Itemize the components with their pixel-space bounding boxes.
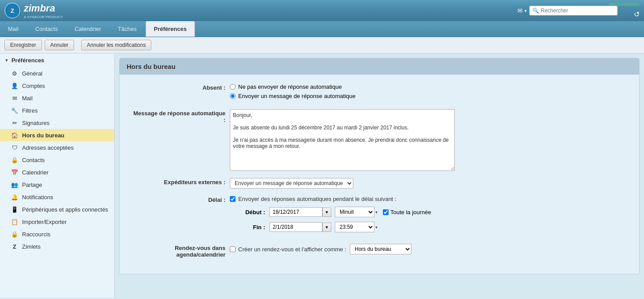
start-date-dropdown-btn[interactable]: ▾ <box>322 208 331 217</box>
sidebar-item-importer[interactable]: 📋 Importer/Exporter <box>0 216 114 228</box>
absent-label: Absent : <box>133 83 230 91</box>
app-name: zimbra <box>24 3 55 14</box>
sidebar-item-notifications[interactable]: 🔔 Notifications <box>0 191 114 203</box>
main-layout: ▼ Préférences ⚙ Général 👤 Comptes ✉ Mail… <box>0 53 644 298</box>
sidebar-label-peripheriques: Périphériques et applis connectés <box>22 206 108 213</box>
external-control: Envoyer un message de réponse automatiqu… <box>230 178 626 189</box>
delai-row: Délai : Envoyer des réponses automatique… <box>133 196 626 237</box>
calendar-checkbox-label[interactable]: Créer un rendez-vous et l'afficher comme… <box>230 246 346 253</box>
sidebar-label-raccourcis: Raccourcis <box>22 231 50 238</box>
sidebar-label-notifications: Notifications <box>22 194 53 201</box>
delai-checkbox-label[interactable]: Envoyer des réponses automatiques pendan… <box>230 196 626 202</box>
calendar-row-container: Rendez-vous dans agenda/calendrier Créer… <box>133 244 626 258</box>
start-date-input[interactable] <box>270 207 322 217</box>
calendar-checkbox-text: Créer un rendez-vous et l'afficher comme… <box>238 246 346 253</box>
refresh-icon[interactable]: ↺ <box>609 10 640 19</box>
search-input[interactable] <box>541 8 607 14</box>
shield-icon: 🛡 <box>11 144 19 151</box>
delai-checkbox[interactable] <box>230 196 236 202</box>
signature-icon: ✏ <box>11 119 19 127</box>
message-control: Bonjour, Je suis absente du lundi 25 déc… <box>230 109 626 171</box>
calendar-icon: 📅 <box>11 168 19 176</box>
import-icon: 📋 <box>11 218 19 226</box>
debut-row: Début : ▾ Minuit ▾ Toute la journée <box>239 207 626 217</box>
sidebar-item-general[interactable]: ⚙ Général <box>0 67 114 79</box>
filter-icon: 🔧 <box>11 106 19 114</box>
end-date-dropdown-btn[interactable]: ▾ <box>322 223 331 232</box>
all-day-label[interactable]: Toute la journée <box>383 209 431 216</box>
sidebar-label-calendrier: Calendrier <box>22 169 49 176</box>
tab-preferences[interactable]: Préférences <box>146 21 195 37</box>
sidebar-label-partage: Partage <box>22 182 42 188</box>
sidebar-label-general: Général <box>22 70 42 77</box>
start-time-select[interactable]: Minuit <box>335 207 374 217</box>
progress-area: ↺ <box>609 3 640 19</box>
sidebar-item-signatures[interactable]: ✏ Signatures <box>0 117 114 129</box>
out-of-office-icon: 🏠 <box>11 131 19 139</box>
sidebar-label-filtres: Filtres <box>22 107 37 114</box>
sidebar-item-calendrier[interactable]: 📅 Calendrier <box>0 166 114 178</box>
delai-checkbox-text: Envoyer des réponses automatiques pendan… <box>238 196 396 202</box>
sidebar: ▼ Préférences ⚙ Général 👤 Comptes ✉ Mail… <box>0 53 115 298</box>
sidebar-label-importer: Importer/Exporter <box>22 219 67 225</box>
radio-no-auto[interactable] <box>230 84 236 90</box>
logo-area: Z zimbra A SYNACOR PRODUCT <box>4 3 119 19</box>
auto-reply-textarea[interactable]: Bonjour, Je suis absente du lundi 25 déc… <box>230 109 455 171</box>
sidebar-label-adresses: Adresses acceptées <box>22 144 74 151</box>
sidebar-label-hors-bureau: Hors du bureau <box>22 132 64 139</box>
nav-tabs: Mail Contacts Calendrier Tâches Préféren… <box>0 21 644 37</box>
sidebar-item-hors-bureau[interactable]: 🏠 Hors du bureau <box>0 129 114 141</box>
sidebar-item-adresses[interactable]: 🛡 Adresses acceptées <box>0 141 114 154</box>
radio-send-auto[interactable] <box>230 93 236 99</box>
sidebar-item-zimlets[interactable]: Z Zimlets <box>0 240 114 253</box>
lock-icon: 🔒 <box>11 156 19 164</box>
all-day-text: Toute la journée <box>390 209 431 216</box>
mail-sidebar-icon: ✉ <box>11 94 19 102</box>
search-box: 🔍 <box>529 6 618 15</box>
hors-bureau-panel: Hors du bureau Absent : Ne pas envoyer d… <box>119 58 640 274</box>
radio-send-auto-label: Envoyer un message de réponse automatiqu… <box>238 93 356 99</box>
absent-options: Ne pas envoyer de réponse automatique En… <box>230 83 626 102</box>
sidebar-item-mail[interactable]: ✉ Mail <box>0 92 114 104</box>
tab-calendrier[interactable]: Calendrier <box>67 21 109 37</box>
sidebar-item-peripheriques[interactable]: 📱 Périphériques et applis connectés <box>0 203 114 216</box>
share-icon: 👥 <box>11 181 19 189</box>
delai-label: Délai : <box>133 196 230 203</box>
sidebar-item-raccourcis[interactable]: 🔒 Raccourcis <box>0 228 114 240</box>
sidebar-label-mail: Mail <box>22 95 33 102</box>
cancel-modifications-button[interactable]: Annuler les modifications <box>81 40 151 50</box>
sidebar-item-partage[interactable]: 👥 Partage <box>0 178 114 191</box>
end-date-input[interactable] <box>270 222 322 232</box>
calendar-checkbox[interactable] <box>230 246 236 252</box>
message-row: Message de réponse automatique : Bonjour… <box>133 109 626 171</box>
sidebar-label-signatures: Signatures <box>22 120 49 126</box>
collapse-arrow-icon: ▼ <box>4 58 9 63</box>
tab-contacts[interactable]: Contacts <box>27 21 66 37</box>
account-icon: 👤 <box>11 82 19 90</box>
external-dropdown[interactable]: Envoyer un message de réponse automatiqu… <box>230 178 353 189</box>
tab-taches[interactable]: Tâches <box>110 21 145 37</box>
sidebar-item-filtres[interactable]: 🔧 Filtres <box>0 104 114 117</box>
mail-icon: ✉ <box>517 7 523 14</box>
search-area: ✉ ▾ 🔍 <box>517 6 618 15</box>
end-time-select[interactable]: 23:59 <box>335 222 374 232</box>
tab-mail[interactable]: Mail <box>0 21 26 37</box>
all-day-checkbox[interactable] <box>383 209 389 215</box>
fin-label: Fin : <box>239 224 265 231</box>
search-icon: 🔍 <box>532 8 539 14</box>
device-icon: 📱 <box>11 205 19 213</box>
sidebar-section-header[interactable]: ▼ Préférences <box>0 53 114 67</box>
save-button[interactable]: Enregistrer <box>4 40 42 50</box>
debut-label: Début : <box>239 209 265 216</box>
sidebar-item-comptes[interactable]: 👤 Comptes <box>0 79 114 92</box>
gear-icon: ⚙ <box>11 69 19 77</box>
sidebar-label-contacts: Contacts <box>22 157 45 163</box>
calendar-select[interactable]: Hors du bureau <box>350 244 412 254</box>
message-label: Message de réponse automatique : <box>133 109 230 123</box>
sidebar-label-zimlets: Zimlets <box>22 243 41 250</box>
delai-control: Envoyer des réponses automatiques pendan… <box>230 196 626 237</box>
shortcut-icon: 🔒 <box>11 230 19 238</box>
sidebar-item-contacts[interactable]: 🔒 Contacts <box>0 154 114 166</box>
cancel-button[interactable]: Annuler <box>45 40 74 50</box>
radio-no-auto-label: Ne pas envoyer de réponse automatique <box>238 83 342 90</box>
